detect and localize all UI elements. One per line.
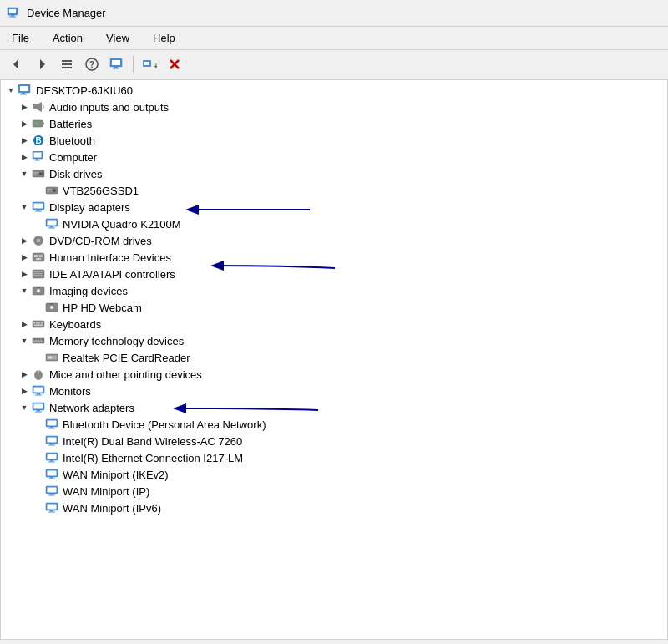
mice-icon: [31, 368, 46, 381]
svg-rect-110: [50, 477, 53, 479]
view-computer-button[interactable]: [105, 53, 129, 75]
hid-label: Human Interface Devices: [49, 251, 171, 264]
properties-button[interactable]: [55, 53, 78, 75]
svg-rect-115: [48, 495, 55, 496]
tree-item-dvd[interactable]: ▶ DVD/CD-ROM drives: [1, 232, 667, 249]
computer-icon: [18, 84, 33, 97]
tree-item-intel-eth[interactable]: ▶ Intel(R) Ethernet Connection I217-LM: [1, 449, 667, 466]
tree-item-audio[interactable]: ▶ Audio inputs and outputs: [1, 99, 667, 115]
ide-label: IDE ATA/ATAPI controllers: [49, 268, 175, 281]
tree-item-network[interactable]: ▼ Network adapters: [1, 399, 667, 416]
display-expand-icon: ▼: [18, 200, 31, 214]
device-tree: ▼ DESKTOP-6JKIU60 ▶ Audio: [1, 80, 667, 518]
svg-rect-59: [33, 271, 43, 272]
svg-rect-95: [35, 412, 42, 413]
menu-file[interactable]: File: [7, 29, 34, 47]
diskdrives-label: Disk drives: [49, 168, 103, 180]
computer-label: Computer: [49, 151, 97, 164]
menu-action[interactable]: Action: [48, 29, 88, 47]
svg-rect-41: [47, 189, 52, 190]
svg-rect-16: [144, 62, 149, 65]
bluetooth-icon: B: [31, 134, 46, 147]
svg-rect-106: [50, 460, 53, 462]
batteries-expand-icon: ▶: [18, 117, 31, 130]
intel-eth-label: Intel(R) Ethernet Connection I217-LM: [63, 452, 243, 464]
tree-item-ide[interactable]: ▶ IDE ATA/ATAPI controllers: [1, 266, 667, 282]
svg-rect-54: [33, 253, 44, 261]
bluetooth-label: Bluetooth: [49, 134, 95, 147]
tree-item-mem[interactable]: ▼ Memory technology devices: [1, 332, 667, 349]
svg-rect-7: [62, 63, 72, 65]
svg-rect-103: [48, 445, 55, 446]
tree-item-batteries[interactable]: ▶ Batteries: [1, 115, 667, 132]
svg-rect-2: [11, 15, 14, 17]
tree-item-nvidia[interactable]: ▶ NVIDIA Quadro K2100M: [1, 216, 667, 232]
svg-rect-119: [48, 512, 55, 513]
tree-item-wan-ikev2[interactable]: ▶ WAN Miniport (IKEv2): [1, 466, 667, 483]
display-label: Display adapters: [49, 201, 130, 214]
tree-item-wan-ip[interactable]: ▶ WAN Miniport (IP): [1, 483, 667, 499]
bluetooth-expand-icon: ▶: [18, 134, 31, 147]
intel-eth-icon: [44, 451, 59, 464]
svg-rect-57: [36, 258, 41, 260]
svg-point-64: [38, 290, 40, 292]
svg-rect-49: [50, 226, 53, 228]
tree-item-imaging[interactable]: ▼ Imaging devices: [1, 282, 667, 299]
tree-item-mice[interactable]: ▶ Mice and other pointing devices: [1, 366, 667, 383]
tree-item-wan-ipv6[interactable]: ▶ WAN Miniport (IPv6): [1, 499, 667, 516]
tree-item-intel-wifi[interactable]: ▶ Intel(R) Dual Band Wireless-AC 7260: [1, 433, 667, 449]
svg-rect-101: [48, 438, 57, 443]
wan-ikev2-icon: [44, 468, 59, 481]
tree-item-keyboards[interactable]: ▶ Keyboards: [1, 316, 667, 332]
network-expand-icon: ▼: [18, 401, 31, 414]
remove-button[interactable]: [163, 53, 186, 75]
wan-ip-icon: [44, 484, 59, 498]
app-icon: [7, 5, 20, 21]
svg-rect-91: [35, 395, 42, 396]
tree-item-hid[interactable]: ▶ Human Interface Devices: [1, 249, 667, 266]
menu-help[interactable]: Help: [148, 29, 180, 47]
svg-rect-84: [48, 357, 52, 359]
tree-item-webcam[interactable]: ▶ HP HD Webcam: [1, 299, 667, 316]
tree-item-computer[interactable]: ▶ Computer: [1, 149, 667, 165]
back-button[interactable]: [5, 53, 28, 75]
svg-rect-48: [48, 221, 57, 226]
svg-marker-4: [13, 59, 18, 69]
wan-ipv6-label: WAN Miniport (IPv6): [63, 502, 161, 515]
tree-root[interactable]: ▼ DESKTOP-6JKIU60: [1, 82, 667, 99]
forward-button[interactable]: [30, 53, 53, 75]
svg-rect-80: [42, 338, 43, 340]
svg-rect-8: [62, 67, 72, 68]
add-device-button[interactable]: +: [138, 53, 161, 75]
svg-rect-21: [20, 86, 28, 91]
svg-rect-77: [34, 338, 35, 340]
tree-item-bluetooth[interactable]: ▶ B Bluetooth: [1, 132, 667, 149]
svg-text:B: B: [35, 136, 41, 145]
toolbar-separator: [133, 56, 134, 73]
tree-item-realtek[interactable]: ▶ Realtek PCIE CardReader: [1, 349, 667, 366]
svg-rect-99: [48, 428, 55, 429]
svg-rect-45: [37, 210, 40, 211]
svg-rect-78: [37, 338, 38, 340]
svg-rect-27: [34, 122, 39, 125]
tree-item-display[interactable]: ▼ Display adapters: [1, 199, 667, 216]
tree-item-diskdrives[interactable]: ▼ Disk drives: [1, 165, 667, 182]
tree-item-monitors[interactable]: ▶ Monitors: [1, 383, 667, 399]
svg-rect-109: [48, 471, 57, 476]
svg-rect-102: [50, 444, 53, 445]
svg-rect-79: [39, 338, 40, 340]
keyboards-label: Keyboards: [49, 318, 101, 331]
tree-item-vtb[interactable]: ▶ VTB256GSSD1: [1, 182, 667, 199]
svg-point-68: [51, 307, 53, 309]
imaging-icon: [31, 284, 46, 297]
svg-rect-13: [114, 67, 118, 68]
tree-item-bt-pan[interactable]: ▶ Bluetooth Device (Personal Area Networ…: [1, 416, 667, 433]
svg-rect-118: [50, 510, 53, 512]
svg-rect-107: [48, 462, 55, 463]
svg-rect-44: [34, 204, 43, 209]
intel-wifi-icon: [44, 434, 59, 448]
help-button[interactable]: ?: [80, 53, 104, 75]
menu-view[interactable]: View: [101, 29, 134, 47]
title-bar: Device Manager: [0, 0, 668, 27]
window-title: Device Manager: [27, 7, 106, 19]
